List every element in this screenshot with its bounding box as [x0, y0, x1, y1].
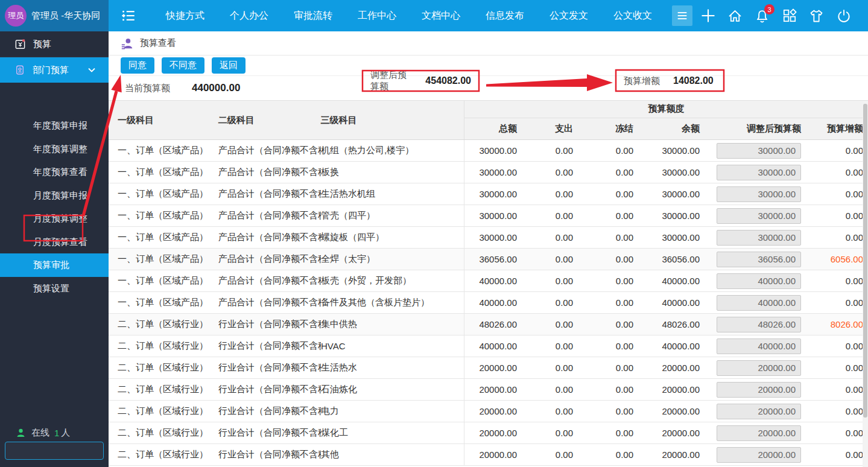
- sidebar-item-budget[interactable]: 预算: [0, 31, 109, 57]
- return-button[interactable]: 返回: [212, 57, 246, 74]
- sidebar-subitem[interactable]: 预算设置: [0, 277, 109, 300]
- cell-adjusted: [705, 295, 808, 311]
- sidebar-subitem[interactable]: 月度预算调整: [0, 207, 109, 230]
- sidebar-subitem[interactable]: 月度预算查看: [0, 230, 109, 254]
- plus-icon[interactable]: [694, 0, 721, 31]
- nav-item-8[interactable]: 公文收文: [601, 10, 665, 22]
- disagree-button[interactable]: 不同意: [162, 57, 204, 74]
- adjusted-budget-input[interactable]: [717, 338, 801, 354]
- nav-item-6[interactable]: 信息发布: [473, 10, 537, 22]
- nav-item-7[interactable]: 公文发文: [537, 10, 601, 22]
- table-row: 二、订单（区域行业）行业合计（合同净额不含税...煤化工20000.000.00…: [109, 422, 868, 444]
- adjusted-budget-input[interactable]: [717, 382, 801, 398]
- nav-item-3[interactable]: 审批流转: [281, 10, 345, 22]
- cell-balance: 20000.00: [641, 384, 705, 395]
- cell-level2: 行业合计（合同净额不含税...: [218, 362, 321, 373]
- current-budget-value: 440000.00: [192, 82, 240, 94]
- vertical-scrollbar[interactable]: [863, 101, 868, 467]
- cell-balance: 36056.00: [641, 254, 705, 264]
- adjusted-budget-input[interactable]: [717, 143, 801, 159]
- sidebar-subitem[interactable]: 年度预算调整: [0, 138, 109, 161]
- cell-level1: 二、订单（区域行业）: [109, 449, 218, 460]
- nav-item-4[interactable]: 工作中心: [345, 10, 409, 22]
- adjusted-budget-input[interactable]: [717, 295, 801, 311]
- adjusted-budget-input[interactable]: [717, 230, 801, 246]
- adjusted-budget-input[interactable]: [717, 252, 801, 267]
- adjusted-budget-input[interactable]: [717, 273, 801, 289]
- cell-balance: 40000.00: [641, 276, 705, 286]
- sidebar-group-department-budget[interactable]: 部门预算: [0, 57, 109, 83]
- sidebar-subitem[interactable]: 年度预算申报: [0, 114, 109, 138]
- cell-frozen: 0.00: [579, 406, 641, 416]
- adjusted-budget-input[interactable]: [717, 425, 801, 441]
- adjusted-budget-input[interactable]: [717, 447, 801, 463]
- cell-level1: 一、订单（区域产品）: [109, 145, 218, 156]
- scrollbar-thumb[interactable]: [863, 104, 867, 418]
- cell-adjusted: [705, 317, 808, 332]
- power-icon[interactable]: [830, 0, 857, 31]
- nav-item-5[interactable]: 文档中心: [409, 10, 473, 22]
- cell-increase: 0.00: [808, 297, 868, 308]
- cell-adjusted: [705, 425, 808, 441]
- cell-spent: 0.00: [522, 406, 579, 416]
- cell-increase: 8026.00: [808, 319, 868, 329]
- cell-total: 40000.00: [464, 276, 522, 286]
- department-budget-icon: [14, 65, 25, 75]
- menu-collapse-icon[interactable]: [121, 8, 136, 24]
- cell-spent: 0.00: [522, 428, 579, 438]
- table-row: 一、订单（区域产品）产品合计（合同净额不含税...生活热水机组30000.000…: [109, 183, 868, 205]
- adjusted-budget-input[interactable]: [717, 186, 801, 202]
- cell-spent: 0.00: [522, 254, 579, 264]
- cell-level2: 行业合计（合同净额不含税...: [218, 405, 321, 417]
- sidebar-subitem[interactable]: 预算审批: [0, 253, 109, 277]
- apps-grid-icon[interactable]: [776, 0, 803, 31]
- cell-frozen: 0.00: [579, 341, 641, 351]
- sub-headers: 总额支出冻结余额调整后预算额预算增额: [464, 118, 868, 139]
- adjusted-budget-input[interactable]: [717, 317, 801, 332]
- cell-frozen: 0.00: [579, 363, 641, 373]
- cell-frozen: 0.00: [579, 167, 641, 177]
- table-header-right: 预算额度 总额支出冻结余额调整后预算额预算增额: [464, 101, 868, 139]
- col-header-level3: 三级科目: [320, 115, 464, 126]
- bell-icon[interactable]: 3: [749, 0, 776, 31]
- table-header-left: 一级科目 二级科目 三级科目: [109, 101, 464, 139]
- home-icon[interactable]: [721, 0, 749, 31]
- avatar[interactable]: 理员: [5, 5, 27, 27]
- table-row: 一、订单（区域产品）产品合计（合同净额不含税...板换30000.000.000…: [109, 162, 868, 183]
- cell-balance: 40000.00: [641, 297, 705, 308]
- user-area: 理员 管理员 -华天协同: [0, 0, 109, 31]
- cell-level2: 产品合计（合同净额不含税...: [218, 145, 321, 156]
- cell-level1: 二、订单（区域行业）: [109, 319, 218, 330]
- cell-adjusted: [705, 186, 808, 202]
- cell-increase: 0.00: [808, 406, 868, 416]
- cell-adjusted: [705, 404, 808, 419]
- cell-level2: 行业合计（合同净额不含税...: [218, 427, 321, 439]
- more-menu-button[interactable]: [672, 5, 692, 26]
- cell-level2: 行业合计（合同净额不含税...: [218, 384, 321, 395]
- theme-shirt-icon[interactable]: [803, 0, 830, 31]
- table-row: 一、订单（区域产品）产品合计（合同净额不含税...全焊（太宇）36056.000…: [109, 249, 868, 270]
- adjusted-budget-input[interactable]: [717, 404, 801, 419]
- cell-frozen: 0.00: [579, 450, 641, 460]
- nav-item-2[interactable]: 个人办公: [217, 10, 281, 22]
- budget-icon: [14, 39, 26, 50]
- cell-adjusted: [705, 143, 808, 159]
- adjusted-budget-input[interactable]: [717, 360, 801, 376]
- cell-level2: 产品合计（合同净额不含税...: [218, 188, 321, 200]
- sidebar-subitem[interactable]: 年度预算查看: [0, 160, 109, 184]
- search-input[interactable]: [5, 443, 124, 459]
- adjusted-budget-input[interactable]: [717, 165, 801, 180]
- cell-total: 48026.00: [464, 319, 522, 329]
- adjusted-budget-input[interactable]: [717, 208, 801, 224]
- cell-level3: 生活热水: [321, 357, 464, 378]
- cell-balance: 20000.00: [641, 450, 705, 460]
- agree-button[interactable]: 同意: [121, 57, 154, 74]
- sidebar-subitem[interactable]: 月度预算申报: [0, 184, 109, 208]
- cell-level3: 全焊（太宇）: [321, 249, 464, 270]
- nav-item-1[interactable]: 快捷方式: [153, 10, 217, 22]
- cell-total: 20000.00: [464, 406, 522, 416]
- col-header-6: 预算增额: [808, 123, 868, 135]
- top-nav: 快捷方式个人办公审批流转工作中心文档中心信息发布公文发文公文收文: [153, 10, 665, 22]
- main-content: 预算查看 同意 不同意 返回 当前预算额 440000.00 调整后预算额 45…: [109, 31, 868, 467]
- chevron-down-icon: [88, 68, 95, 72]
